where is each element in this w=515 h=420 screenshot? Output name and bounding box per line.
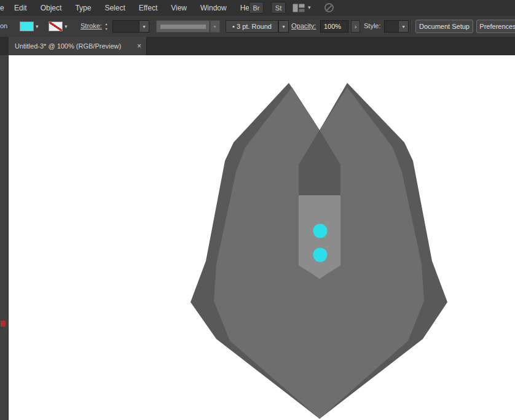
stepper-up-icon[interactable]: ▴ [105, 22, 107, 26]
width-profile-chevron-down-icon: ▾ [210, 21, 219, 32]
width-profile-preview [160, 25, 206, 29]
opacity-label[interactable]: Opacity: [291, 22, 316, 29]
document-setup-button[interactable]: Document Setup [415, 20, 473, 33]
menu-item-object[interactable]: Object [34, 1, 69, 15]
close-icon[interactable]: × [132, 42, 146, 50]
fill-color-swatch[interactable] [20, 21, 34, 31]
stroke-color-swatch[interactable] [49, 21, 63, 31]
mouse-illustration[interactable] [9, 55, 515, 420]
fill-chevron-down-icon[interactable]: ▾ [36, 23, 39, 29]
stroke-weight-label[interactable]: Stroke: [81, 22, 102, 29]
stroke-chevron-down-icon[interactable]: ▾ [65, 23, 68, 29]
menu-item-view[interactable]: View [164, 1, 194, 15]
stroke-weight-stepper[interactable]: ▴ ▾ [102, 20, 111, 33]
menu-item-effect[interactable]: Effect [132, 1, 164, 15]
brush-dot-icon: • [232, 23, 235, 30]
document-tab-bar: Untitled-3* @ 100% (RGB/Preview) × [0, 37, 515, 55]
document-tab-title: Untitled-3* @ 100% (RGB/Preview) [9, 42, 132, 50]
mouse-button-top[interactable] [313, 224, 328, 238]
menu-item-window[interactable]: Window [194, 1, 234, 15]
control-bar-separator [411, 19, 412, 34]
stepper-down-icon[interactable]: ▾ [105, 27, 107, 31]
brush-definition-value: • 3 pt. Round [226, 23, 278, 30]
stroke-weight-dropdown[interactable]: ▾ [112, 20, 149, 33]
style-chevron-down-icon[interactable]: ▾ [398, 21, 408, 32]
workspace-layout-icon[interactable] [293, 4, 305, 12]
mouse-button-bottom[interactable] [313, 248, 328, 262]
menu-item-edit[interactable]: Edit [7, 1, 34, 15]
control-bar: on ▾ ▾ Stroke: ▴ ▾ ▾ ▾ • 3 pt. Round ▾ O… [0, 16, 515, 37]
chevron-down-icon[interactable]: ▾ [308, 4, 311, 10]
bridge-button[interactable]: Br [249, 2, 264, 14]
stock-button[interactable]: St [271, 2, 286, 14]
menu-item-clipped[interactable]: e [0, 4, 7, 12]
opacity-input[interactable] [320, 20, 348, 33]
opacity-expand-button[interactable]: › [351, 20, 360, 33]
stroke-weight-chevron-down-icon[interactable]: ▾ [139, 21, 149, 32]
style-label: Style: [364, 22, 381, 29]
width-profile-dropdown: ▾ [156, 20, 220, 33]
brush-definition-dropdown[interactable]: • 3 pt. Round [226, 20, 278, 33]
document-tab[interactable]: Untitled-3* @ 100% (RGB/Preview) × [9, 37, 147, 55]
style-dropdown[interactable]: ▾ [384, 20, 409, 33]
sync-disabled-icon [324, 3, 334, 12]
preferences-button[interactable]: Preferences [476, 20, 515, 33]
control-label-clipped: on [0, 22, 8, 29]
brush-name: 3 pt. Round [237, 23, 272, 30]
tool-icon-fragment [1, 321, 6, 327]
tools-panel-sliver[interactable] [0, 55, 9, 420]
menu-item-type[interactable]: Type [68, 1, 98, 15]
brush-dropdown-button[interactable]: ▾ [278, 20, 289, 33]
menu-bar: e Edit Object Type Select Effect View Wi… [0, 0, 515, 16]
artboard-canvas[interactable] [9, 55, 515, 420]
menu-item-select[interactable]: Select [98, 1, 132, 15]
brush-chevron-down-icon[interactable]: ▾ [279, 21, 288, 32]
